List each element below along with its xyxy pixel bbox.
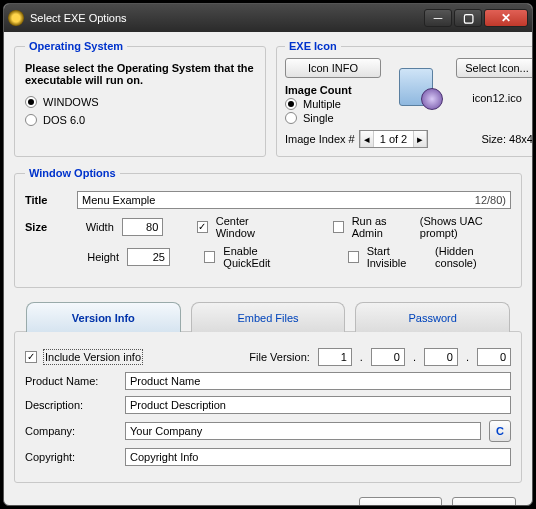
cancel-button[interactable]: Cancel xyxy=(452,497,516,506)
icon-legend: EXE Icon xyxy=(285,40,341,52)
title-label: Title xyxy=(25,194,69,206)
enable-quickedit-label: Enable QuickEdit xyxy=(223,245,300,269)
height-input[interactable]: 25 xyxy=(127,248,170,266)
company-input[interactable]: Your Company xyxy=(125,422,481,440)
image-count-multiple[interactable]: Multiple xyxy=(285,98,383,110)
height-label: Height xyxy=(87,251,119,263)
image-index-label: Image Index # xyxy=(285,133,355,145)
title-input[interactable]: Menu Example 12/80) xyxy=(77,191,511,209)
run-as-admin-hint: (Shows UAC prompt) xyxy=(420,215,511,239)
tab-body-version: Include Version info File Version: 1. 0.… xyxy=(14,331,522,483)
run-as-admin-checkbox[interactable] xyxy=(333,221,344,233)
titlebar[interactable]: Select EXE Options ─ ▢ ✕ xyxy=(4,4,532,32)
tab-strip: Version Info Embed Files Password xyxy=(14,302,522,332)
chevron-left-icon[interactable]: ◂ xyxy=(360,131,374,147)
icon-preview xyxy=(395,62,443,110)
app-icon xyxy=(8,10,24,26)
winopts-legend: Window Options xyxy=(25,167,120,179)
file-version-3[interactable]: 0 xyxy=(424,348,458,366)
os-dos-label: DOS 6.0 xyxy=(43,114,85,126)
product-name-label: Product Name: xyxy=(25,375,117,387)
minimize-button[interactable]: ─ xyxy=(424,9,452,27)
tab-version-info[interactable]: Version Info xyxy=(26,302,181,332)
exe-icon-group: EXE Icon Icon INFO Image Count Multiple … xyxy=(276,40,533,157)
copyright-input[interactable]: Copyright Info xyxy=(125,448,511,466)
image-count-label: Image Count xyxy=(285,84,383,96)
start-invisible-hint: (Hidden console) xyxy=(435,245,511,269)
title-counter: 12/80) xyxy=(475,194,506,206)
os-option-windows[interactable]: WINDOWS xyxy=(25,96,255,108)
icon-info-button[interactable]: Icon INFO xyxy=(285,58,381,78)
image-index-value: 1 of 2 xyxy=(374,133,414,145)
os-option-dos[interactable]: DOS 6.0 xyxy=(25,114,255,126)
window-title: Select EXE Options xyxy=(30,12,424,24)
start-invisible-checkbox[interactable] xyxy=(348,251,359,263)
radio-icon xyxy=(25,114,37,126)
os-message: Please select the Operating System that … xyxy=(25,62,255,86)
start-invisible-label: Start Invisible xyxy=(367,245,427,269)
copyright-label: Copyright: xyxy=(25,451,117,463)
radio-icon xyxy=(285,112,297,124)
width-label: Width xyxy=(86,221,114,233)
width-input[interactable]: 80 xyxy=(122,218,164,236)
center-window-label: Center Window xyxy=(216,215,282,239)
window-options-group: Window Options Title Menu Example 12/80)… xyxy=(14,167,522,288)
operating-system-group: Operating System Please select the Opera… xyxy=(14,40,266,157)
chevron-right-icon[interactable]: ▸ xyxy=(413,131,427,147)
radio-icon xyxy=(25,96,37,108)
image-count-single[interactable]: Single xyxy=(285,112,383,124)
company-c-button[interactable]: C xyxy=(489,420,511,442)
description-label: Description: xyxy=(25,399,117,411)
size-label: Size xyxy=(25,221,64,233)
build-exe-button[interactable]: Build EXE xyxy=(359,497,442,506)
file-version-4[interactable]: 0 xyxy=(477,348,511,366)
maximize-button[interactable]: ▢ xyxy=(454,9,482,27)
center-window-checkbox[interactable] xyxy=(197,221,208,233)
enable-quickedit-checkbox[interactable] xyxy=(204,251,215,263)
radio-icon xyxy=(285,98,297,110)
include-version-label: Include Version info xyxy=(45,351,141,363)
file-version-label: File Version: xyxy=(249,351,310,363)
os-legend: Operating System xyxy=(25,40,127,52)
close-button[interactable]: ✕ xyxy=(484,9,528,27)
file-version-2[interactable]: 0 xyxy=(371,348,405,366)
company-label: Company: xyxy=(25,425,117,437)
product-name-input[interactable]: Product Name xyxy=(125,372,511,390)
icon-size-label: Size: 48x48 xyxy=(482,133,533,145)
image-index-spinner[interactable]: ◂ 1 of 2 ▸ xyxy=(359,130,429,148)
include-version-checkbox[interactable] xyxy=(25,351,37,363)
file-version-1[interactable]: 1 xyxy=(318,348,352,366)
icon-filename: icon12.ico xyxy=(455,92,533,104)
tab-embed-files[interactable]: Embed Files xyxy=(191,302,346,332)
run-as-admin-label: Run as Admin xyxy=(352,215,412,239)
select-icon-button[interactable]: Select Icon... xyxy=(456,58,533,78)
tab-password[interactable]: Password xyxy=(355,302,510,332)
description-input[interactable]: Product Description xyxy=(125,396,511,414)
os-windows-label: WINDOWS xyxy=(43,96,99,108)
dialog-window: Select EXE Options ─ ▢ ✕ Operating Syste… xyxy=(3,3,533,506)
